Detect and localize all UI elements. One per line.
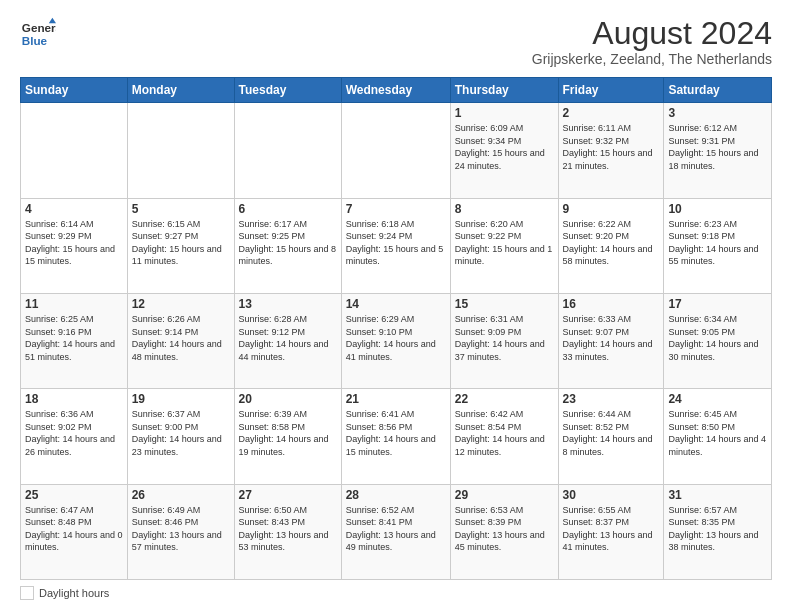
- cell-info-text: Sunrise: 6:55 AMSunset: 8:37 PMDaylight:…: [563, 504, 660, 554]
- cell-day-number: 5: [132, 202, 230, 216]
- calendar-cell: 2Sunrise: 6:11 AMSunset: 9:32 PMDaylight…: [558, 103, 664, 198]
- weekday-header-friday: Friday: [558, 78, 664, 103]
- main-title: August 2024: [532, 16, 772, 51]
- cell-day-number: 26: [132, 488, 230, 502]
- calendar-cell: 25Sunrise: 6:47 AMSunset: 8:48 PMDayligh…: [21, 484, 128, 579]
- cell-day-number: 22: [455, 392, 554, 406]
- calendar-cell: [127, 103, 234, 198]
- cell-day-number: 27: [239, 488, 337, 502]
- cell-day-number: 31: [668, 488, 767, 502]
- cell-info-text: Sunrise: 6:44 AMSunset: 8:52 PMDaylight:…: [563, 408, 660, 458]
- calendar-cell: 9Sunrise: 6:22 AMSunset: 9:20 PMDaylight…: [558, 198, 664, 293]
- cell-info-text: Sunrise: 6:14 AMSunset: 9:29 PMDaylight:…: [25, 218, 123, 268]
- calendar-cell: 11Sunrise: 6:25 AMSunset: 9:16 PMDayligh…: [21, 293, 128, 388]
- cell-info-text: Sunrise: 6:53 AMSunset: 8:39 PMDaylight:…: [455, 504, 554, 554]
- cell-info-text: Sunrise: 6:52 AMSunset: 8:41 PMDaylight:…: [346, 504, 446, 554]
- cell-day-number: 20: [239, 392, 337, 406]
- calendar-cell: 4Sunrise: 6:14 AMSunset: 9:29 PMDaylight…: [21, 198, 128, 293]
- cell-day-number: 19: [132, 392, 230, 406]
- calendar-cell: 19Sunrise: 6:37 AMSunset: 9:00 PMDayligh…: [127, 389, 234, 484]
- cell-info-text: Sunrise: 6:57 AMSunset: 8:35 PMDaylight:…: [668, 504, 767, 554]
- calendar-cell: [341, 103, 450, 198]
- calendar-cell: 26Sunrise: 6:49 AMSunset: 8:46 PMDayligh…: [127, 484, 234, 579]
- cell-day-number: 11: [25, 297, 123, 311]
- calendar-cell: 17Sunrise: 6:34 AMSunset: 9:05 PMDayligh…: [664, 293, 772, 388]
- logo-icon: General Blue: [20, 16, 56, 52]
- cell-info-text: Sunrise: 6:09 AMSunset: 9:34 PMDaylight:…: [455, 122, 554, 172]
- weekday-header-monday: Monday: [127, 78, 234, 103]
- page: General Blue August 2024 Grijpskerke, Ze…: [0, 0, 792, 612]
- cell-day-number: 2: [563, 106, 660, 120]
- weekday-header-wednesday: Wednesday: [341, 78, 450, 103]
- cell-day-number: 28: [346, 488, 446, 502]
- cell-day-number: 21: [346, 392, 446, 406]
- cell-day-number: 4: [25, 202, 123, 216]
- calendar-cell: 16Sunrise: 6:33 AMSunset: 9:07 PMDayligh…: [558, 293, 664, 388]
- calendar-week-row: 4Sunrise: 6:14 AMSunset: 9:29 PMDaylight…: [21, 198, 772, 293]
- calendar-cell: 28Sunrise: 6:52 AMSunset: 8:41 PMDayligh…: [341, 484, 450, 579]
- calendar-cell: 27Sunrise: 6:50 AMSunset: 8:43 PMDayligh…: [234, 484, 341, 579]
- calendar-cell: 21Sunrise: 6:41 AMSunset: 8:56 PMDayligh…: [341, 389, 450, 484]
- calendar-cell: 31Sunrise: 6:57 AMSunset: 8:35 PMDayligh…: [664, 484, 772, 579]
- cell-day-number: 9: [563, 202, 660, 216]
- calendar-cell: [234, 103, 341, 198]
- cell-info-text: Sunrise: 6:17 AMSunset: 9:25 PMDaylight:…: [239, 218, 337, 268]
- calendar-week-row: 25Sunrise: 6:47 AMSunset: 8:48 PMDayligh…: [21, 484, 772, 579]
- cell-info-text: Sunrise: 6:42 AMSunset: 8:54 PMDaylight:…: [455, 408, 554, 458]
- cell-info-text: Sunrise: 6:25 AMSunset: 9:16 PMDaylight:…: [25, 313, 123, 363]
- cell-info-text: Sunrise: 6:18 AMSunset: 9:24 PMDaylight:…: [346, 218, 446, 268]
- cell-day-number: 29: [455, 488, 554, 502]
- calendar-cell: 8Sunrise: 6:20 AMSunset: 9:22 PMDaylight…: [450, 198, 558, 293]
- calendar-cell: 3Sunrise: 6:12 AMSunset: 9:31 PMDaylight…: [664, 103, 772, 198]
- calendar-cell: 22Sunrise: 6:42 AMSunset: 8:54 PMDayligh…: [450, 389, 558, 484]
- cell-info-text: Sunrise: 6:31 AMSunset: 9:09 PMDaylight:…: [455, 313, 554, 363]
- cell-info-text: Sunrise: 6:34 AMSunset: 9:05 PMDaylight:…: [668, 313, 767, 363]
- calendar-cell: 14Sunrise: 6:29 AMSunset: 9:10 PMDayligh…: [341, 293, 450, 388]
- cell-info-text: Sunrise: 6:49 AMSunset: 8:46 PMDaylight:…: [132, 504, 230, 554]
- cell-info-text: Sunrise: 6:41 AMSunset: 8:56 PMDaylight:…: [346, 408, 446, 458]
- cell-info-text: Sunrise: 6:26 AMSunset: 9:14 PMDaylight:…: [132, 313, 230, 363]
- cell-day-number: 23: [563, 392, 660, 406]
- cell-day-number: 13: [239, 297, 337, 311]
- cell-day-number: 15: [455, 297, 554, 311]
- calendar-cell: 29Sunrise: 6:53 AMSunset: 8:39 PMDayligh…: [450, 484, 558, 579]
- cell-info-text: Sunrise: 6:28 AMSunset: 9:12 PMDaylight:…: [239, 313, 337, 363]
- cell-day-number: 18: [25, 392, 123, 406]
- weekday-header-thursday: Thursday: [450, 78, 558, 103]
- svg-text:Blue: Blue: [22, 34, 48, 47]
- calendar-cell: 23Sunrise: 6:44 AMSunset: 8:52 PMDayligh…: [558, 389, 664, 484]
- calendar-cell: 15Sunrise: 6:31 AMSunset: 9:09 PMDayligh…: [450, 293, 558, 388]
- calendar-cell: 18Sunrise: 6:36 AMSunset: 9:02 PMDayligh…: [21, 389, 128, 484]
- cell-info-text: Sunrise: 6:15 AMSunset: 9:27 PMDaylight:…: [132, 218, 230, 268]
- cell-info-text: Sunrise: 6:33 AMSunset: 9:07 PMDaylight:…: [563, 313, 660, 363]
- cell-info-text: Sunrise: 6:45 AMSunset: 8:50 PMDaylight:…: [668, 408, 767, 458]
- calendar-week-row: 11Sunrise: 6:25 AMSunset: 9:16 PMDayligh…: [21, 293, 772, 388]
- calendar-cell: 20Sunrise: 6:39 AMSunset: 8:58 PMDayligh…: [234, 389, 341, 484]
- cell-day-number: 25: [25, 488, 123, 502]
- logo: General Blue: [20, 16, 56, 52]
- legend-color-daylight: [20, 586, 34, 600]
- cell-info-text: Sunrise: 6:12 AMSunset: 9:31 PMDaylight:…: [668, 122, 767, 172]
- cell-day-number: 10: [668, 202, 767, 216]
- calendar-cell: 12Sunrise: 6:26 AMSunset: 9:14 PMDayligh…: [127, 293, 234, 388]
- cell-info-text: Sunrise: 6:20 AMSunset: 9:22 PMDaylight:…: [455, 218, 554, 268]
- cell-day-number: 12: [132, 297, 230, 311]
- cell-day-number: 8: [455, 202, 554, 216]
- cell-day-number: 7: [346, 202, 446, 216]
- calendar-cell: 30Sunrise: 6:55 AMSunset: 8:37 PMDayligh…: [558, 484, 664, 579]
- cell-info-text: Sunrise: 6:11 AMSunset: 9:32 PMDaylight:…: [563, 122, 660, 172]
- calendar-cell: 6Sunrise: 6:17 AMSunset: 9:25 PMDaylight…: [234, 198, 341, 293]
- cell-info-text: Sunrise: 6:39 AMSunset: 8:58 PMDaylight:…: [239, 408, 337, 458]
- cell-info-text: Sunrise: 6:36 AMSunset: 9:02 PMDaylight:…: [25, 408, 123, 458]
- cell-info-text: Sunrise: 6:47 AMSunset: 8:48 PMDaylight:…: [25, 504, 123, 554]
- calendar-cell: 13Sunrise: 6:28 AMSunset: 9:12 PMDayligh…: [234, 293, 341, 388]
- cell-info-text: Sunrise: 6:37 AMSunset: 9:00 PMDaylight:…: [132, 408, 230, 458]
- weekday-header-tuesday: Tuesday: [234, 78, 341, 103]
- calendar-cell: 24Sunrise: 6:45 AMSunset: 8:50 PMDayligh…: [664, 389, 772, 484]
- legend-daylight-label: Daylight hours: [39, 587, 109, 599]
- cell-day-number: 3: [668, 106, 767, 120]
- calendar-week-row: 18Sunrise: 6:36 AMSunset: 9:02 PMDayligh…: [21, 389, 772, 484]
- cell-day-number: 16: [563, 297, 660, 311]
- calendar-week-row: 1Sunrise: 6:09 AMSunset: 9:34 PMDaylight…: [21, 103, 772, 198]
- cell-info-text: Sunrise: 6:29 AMSunset: 9:10 PMDaylight:…: [346, 313, 446, 363]
